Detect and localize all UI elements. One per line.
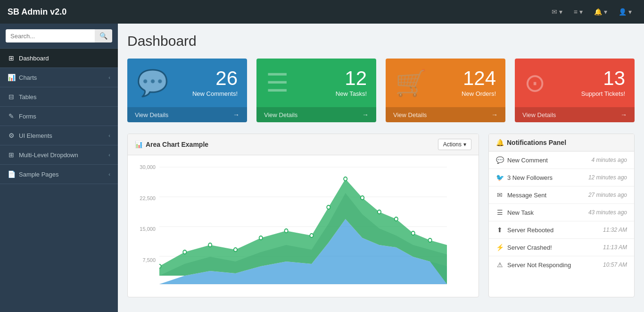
orders-footer-arrow-icon: → [491, 111, 498, 118]
server-crashed-time: 11:13 AM [603, 244, 627, 251]
new-comment-time: 4 minutes ago [592, 157, 627, 163]
support-label: Support Tickets! [581, 90, 625, 97]
server-rebooted-icon: ⬆ [496, 226, 504, 234]
multi-level-icon: ⊞ [8, 151, 15, 159]
list-menu-button[interactable]: ≡ ▾ [569, 4, 587, 19]
actions-button[interactable]: Actions ▾ [438, 139, 471, 150]
new-task-text: New Task [507, 209, 534, 216]
svg-point-16 [344, 177, 347, 181]
server-rebooted-time: 11:32 AM [603, 227, 627, 233]
notif-item-new-task: ☰ New Task 43 minutes ago [489, 204, 634, 221]
sidebar-search-container: 🔍 [0, 24, 118, 49]
page-title: Dashboard [127, 33, 635, 49]
dashboard-icon: ⊞ [8, 54, 15, 62]
orders-number: 124 [462, 68, 496, 88]
area-chart-svg [135, 162, 447, 290]
message-sent-text: Message Sent [507, 192, 546, 199]
notif-item-server-crashed: ⚡ Server Crashed! 11:13 AM [489, 239, 634, 256]
svg-point-11 [234, 248, 237, 252]
sample-pages-icon: 📄 [8, 170, 15, 178]
new-task-icon: ☰ [496, 209, 504, 216]
list-icon: ≡ [574, 8, 578, 16]
comments-label: New Comments! [192, 90, 238, 97]
notifications-bell-icon: 🔔 [496, 139, 504, 146]
email-icon: ✉ [552, 8, 557, 16]
chart-yaxis: 30,000 22,500 15,000 7,500 [135, 162, 158, 290]
y-label-15000: 15,000 [135, 226, 158, 232]
message-sent-time: 27 minutes ago [588, 192, 627, 198]
svg-point-12 [259, 236, 263, 240]
user-dropdown-arrow: ▾ [628, 8, 632, 16]
sample-pages-arrow-icon: ‹ [108, 171, 110, 177]
tasks-view-details-link[interactable]: View Details [264, 111, 297, 118]
topnav-actions: ✉ ▾ ≡ ▾ 🔔 ▾ 👤 ▾ [547, 4, 636, 19]
svg-point-20 [412, 231, 415, 235]
multi-level-arrow-icon: ‹ [108, 152, 110, 158]
tasks-card-icon: ☰ [266, 68, 289, 98]
sidebar-label-sample-pages: Sample Pages [19, 171, 59, 178]
email-menu-button[interactable]: ✉ ▾ [547, 4, 567, 19]
sidebar-item-dashboard[interactable]: ⊞ Dashboard [0, 49, 118, 68]
svg-point-21 [429, 238, 432, 242]
sidebar-item-multi-level[interactable]: ⊞ Multi-Level Dropdown ‹ [0, 145, 118, 165]
new-comment-text: New Comment [507, 157, 548, 164]
support-card-icon: ⊙ [524, 68, 545, 98]
notifications-title: Notifications Panel [507, 139, 566, 146]
sidebar-item-ui-elements[interactable]: ⚙ UI Elements ‹ [0, 126, 118, 145]
svg-point-9 [183, 250, 186, 254]
actions-label: Actions [443, 141, 462, 148]
chart-title: Area Chart Example [146, 141, 208, 148]
support-view-details-link[interactable]: View Details [522, 111, 556, 118]
orders-label: New Orders! [462, 90, 496, 97]
comments-view-details-link[interactable]: View Details [135, 111, 168, 118]
sidebar-nav: ⊞ Dashboard 📊 Charts ‹ ⊟ Tables ✎ [0, 49, 118, 312]
topnav: SB Admin v2.0 ✉ ▾ ≡ ▾ 🔔 ▾ 👤 ▾ [0, 0, 644, 24]
notif-item-server-not-responding: ⚠ Server Not Responding 10:57 AM [489, 256, 634, 273]
search-input[interactable] [6, 29, 95, 42]
server-crashed-text: Server Crashed! [507, 244, 552, 251]
svg-point-14 [310, 234, 313, 237]
search-button[interactable]: 🔍 [95, 29, 112, 42]
tasks-label: New Tasks! [336, 90, 367, 97]
user-icon: 👤 [619, 8, 627, 16]
sidebar-label-charts: Charts [19, 74, 37, 81]
ui-elements-icon: ⚙ [8, 132, 15, 139]
server-rebooted-text: Server Rebooted [507, 227, 553, 234]
bell-menu-button[interactable]: 🔔 ▾ [589, 4, 612, 19]
notif-item-new-comment: 💬 New Comment 4 minutes ago [489, 152, 634, 169]
sidebar-item-tables[interactable]: ⊟ Tables [0, 87, 118, 107]
sidebar: 🔍 ⊞ Dashboard 📊 Charts ‹ ⊟ [0, 24, 118, 312]
actions-dropdown-arrow-icon: ▾ [463, 141, 466, 148]
layout: 🔍 ⊞ Dashboard 📊 Charts ‹ ⊟ [0, 24, 644, 312]
new-followers-time: 12 minutes ago [588, 174, 627, 181]
stat-card-support: ⊙ 13 Support Tickets! View Details → [515, 59, 635, 122]
sidebar-label-dashboard: Dashboard [19, 55, 49, 62]
server-not-responding-text: Server Not Responding [507, 261, 571, 269]
y-label-30000: 30,000 [135, 164, 158, 170]
support-footer-arrow-icon: → [620, 111, 627, 118]
svg-point-10 [208, 243, 212, 247]
main-content: Dashboard 💬 26 New Comments! View Detail… [118, 24, 644, 312]
comments-footer-arrow-icon: → [233, 111, 239, 118]
sidebar-search-inner: 🔍 [6, 29, 112, 42]
comments-card-icon: 💬 [137, 68, 168, 98]
sidebar-label-tables: Tables [19, 93, 37, 101]
sidebar-item-charts[interactable]: 📊 Charts ‹ [0, 68, 118, 87]
bell-icon: 🔔 [594, 8, 602, 16]
search-icon: 🔍 [99, 32, 107, 40]
notifications-list: 💬 New Comment 4 minutes ago 🐦 3 New Foll… [489, 152, 634, 273]
list-dropdown-arrow: ▾ [579, 8, 583, 16]
svg-point-18 [378, 210, 381, 214]
svg-point-19 [395, 217, 398, 221]
ui-elements-arrow-icon: ‹ [108, 133, 110, 138]
sidebar-item-forms[interactable]: ✎ Forms [0, 107, 118, 126]
bell-dropdown-arrow: ▾ [604, 8, 607, 16]
orders-view-details-link[interactable]: View Details [393, 111, 427, 118]
comments-number: 26 [192, 68, 238, 88]
stat-card-orders: 🛒 124 New Orders! View Details → [386, 59, 505, 122]
user-menu-button[interactable]: 👤 ▾ [614, 4, 636, 19]
tasks-footer-arrow-icon: → [362, 111, 369, 118]
sidebar-item-sample-pages[interactable]: 📄 Sample Pages ‹ [0, 165, 118, 184]
stat-cards: 💬 26 New Comments! View Details → ☰ 12 [127, 59, 635, 122]
sidebar-label-ui-elements: UI Elements [19, 132, 52, 139]
